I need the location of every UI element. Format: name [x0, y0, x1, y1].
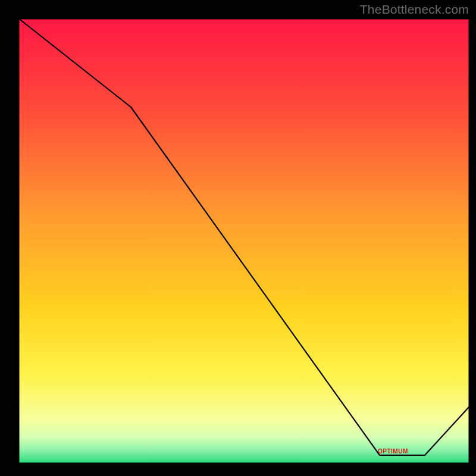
bottleneck-chart: TheBottleneck.com OPTIMUM — [0, 0, 476, 476]
plot-background — [18, 18, 470, 464]
chart-svg — [0, 0, 476, 476]
watermark-label: TheBottleneck.com — [360, 2, 469, 17]
optimum-annotation: OPTIMUM — [378, 448, 408, 455]
